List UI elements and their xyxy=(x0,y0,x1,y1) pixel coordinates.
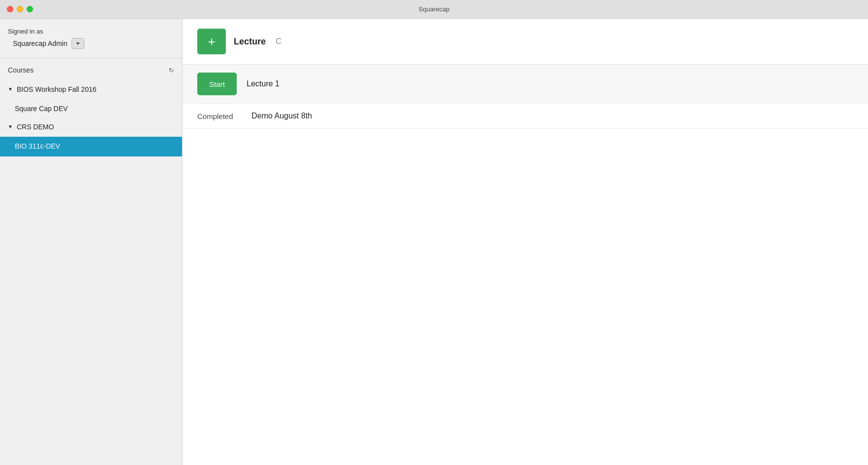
main-content: + Lecture C Start Lecture 1 Completed De… xyxy=(182,19,868,465)
courses-header: Courses ↻ xyxy=(0,66,182,80)
lecture-name: Demo August 8th xyxy=(252,112,312,120)
lecture-name: Lecture 1 xyxy=(247,79,280,88)
minimize-button[interactable] xyxy=(17,6,23,12)
titlebar: Squarecap xyxy=(0,0,868,19)
courses-section: Courses ↻ ▼ BIOS Workshop Fall 2016 Squa… xyxy=(0,58,182,465)
chevron-down-icon: ▼ xyxy=(8,124,13,129)
close-button[interactable] xyxy=(7,6,13,12)
chevron-down-icon xyxy=(76,42,80,45)
status-badge: Completed xyxy=(197,112,242,120)
lecture-header-label: Lecture xyxy=(234,37,266,47)
add-lecture-button[interactable]: + xyxy=(197,29,226,54)
sidebar-item-square-cap-dev[interactable]: Square Cap DEV xyxy=(0,100,182,117)
chevron-down-icon: ▼ xyxy=(8,86,13,92)
course-name: BIOS Workshop Fall 2016 xyxy=(17,85,97,95)
main-header: + Lecture C xyxy=(182,19,868,65)
course-name: Square Cap DEV xyxy=(15,105,68,113)
courses-label: Courses xyxy=(8,66,34,74)
sidebar-item-crs-demo[interactable]: ▼ CRS DEMO xyxy=(0,117,182,137)
user-dropdown-button[interactable] xyxy=(72,38,84,49)
sidebar: Signed in as Squarecap Admin Courses ↻ ▼… xyxy=(0,19,182,465)
username: Squarecap Admin xyxy=(13,39,68,47)
app-body: Signed in as Squarecap Admin Courses ↻ ▼… xyxy=(0,19,868,465)
lecture-refresh-icon[interactable]: C xyxy=(276,37,282,46)
course-name: BIO 311c-DEV xyxy=(15,142,60,152)
start-lecture-button[interactable]: Start xyxy=(197,73,237,95)
titlebar-title: Squarecap xyxy=(419,5,450,13)
maximize-button[interactable] xyxy=(27,6,33,12)
table-row: Completed Demo August 8th xyxy=(182,104,868,129)
course-name: CRS DEMO xyxy=(17,122,54,132)
user-section: Signed in as Squarecap Admin xyxy=(0,19,182,58)
sidebar-item-bios-workshop[interactable]: ▼ BIOS Workshop Fall 2016 xyxy=(0,80,182,100)
signed-in-label: Signed in as xyxy=(8,28,174,35)
sidebar-item-bio-311c-dev[interactable]: BIO 311c-DEV xyxy=(0,137,182,156)
table-row: Start Lecture 1 xyxy=(182,65,868,104)
courses-refresh-icon[interactable]: ↻ xyxy=(169,67,174,74)
user-row: Squarecap Admin xyxy=(8,38,174,49)
lectures-list: Start Lecture 1 Completed Demo August 8t… xyxy=(182,65,868,465)
traffic-lights xyxy=(7,6,33,12)
